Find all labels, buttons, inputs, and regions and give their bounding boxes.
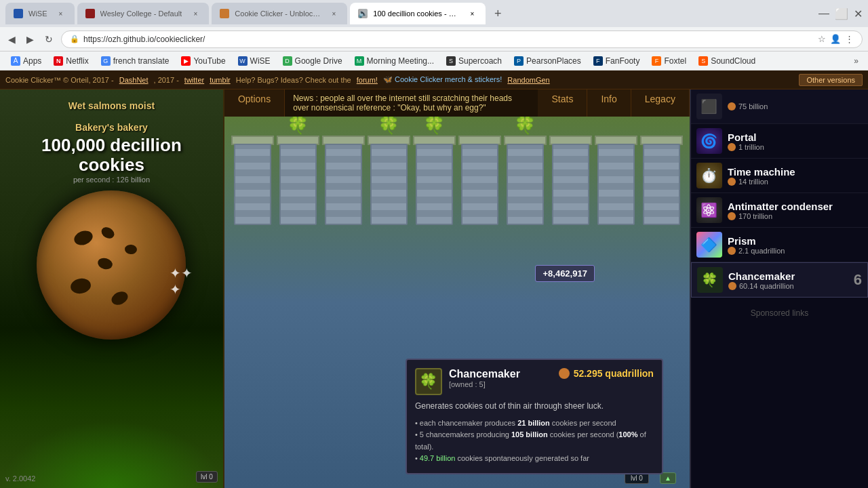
bookmark-morning-label: Morning Meeting... <box>367 56 434 66</box>
bookmark-youtube[interactable]: ▶ YouTube <box>176 55 231 67</box>
building-column: 🍀 <box>413 117 456 225</box>
per-second-text: per second : 126 billion <box>73 176 150 184</box>
list-item-antimatter[interactable]: ⚛️ Antimatter condenser 170 trillion <box>691 193 868 228</box>
bookmark-foxtel[interactable]: F Foxtel <box>646 55 692 67</box>
bookmark-apps[interactable]: A Apps <box>5 55 47 67</box>
game-titlebar: Cookie Clicker™ © Orteil, 2017 - DashNet… <box>0 70 868 89</box>
back-button[interactable]: ◀ <box>5 31 18 47</box>
prism-cost: 2.1 quadrillion <box>728 247 842 255</box>
new-tab-button[interactable]: + <box>488 4 507 23</box>
level-up-button[interactable]: ▲ <box>660 472 676 484</box>
antimatter-name: Antimatter condenser <box>728 201 842 212</box>
tab-wise[interactable]: WiSE × <box>5 3 75 24</box>
bookmark-pearson[interactable]: P PearsonPlaces <box>509 55 587 67</box>
tooltip-header: 🍀 Chancemaker [owned : 5] 52.295 quadril… <box>415 368 654 395</box>
cookie-chip <box>110 289 130 308</box>
sponsored-links: Sponsored links <box>691 298 868 329</box>
list-item-prism[interactable]: 🔷 Prism 2.1 quadrillion <box>691 228 868 262</box>
bookmark-morning[interactable]: M Morning Meeting... <box>349 55 439 67</box>
buildings-area: 🍀 🍀 🍀 <box>224 117 690 488</box>
bookmark-drive[interactable]: D Google Drive <box>277 55 348 67</box>
tooltip-name: Chancemaker <box>449 368 552 380</box>
minimize-button[interactable]: — <box>818 7 829 20</box>
legacy-button[interactable]: Legacy <box>631 89 690 117</box>
tab-cookie-unblocked[interactable]: Cookie Clicker - Unblocked Gam... × <box>212 3 347 24</box>
forward-button[interactable]: ▶ <box>24 31 37 47</box>
list-item-top[interactable]: ⬛ 75 billion <box>691 89 868 124</box>
bookmark-apps-label: Apps <box>23 56 41 66</box>
other-versions-area: Other versions <box>799 74 863 86</box>
sprite-field: 🍀 🍀 🍀 <box>224 117 690 225</box>
randomgen-link[interactable]: RandomGen <box>507 76 549 84</box>
twitter-link[interactable]: twitter <box>184 76 204 84</box>
bookmark-supercoach-label: Supercoach <box>458 56 502 66</box>
maximize-button[interactable]: ⬜ <box>835 7 848 20</box>
cookie-button[interactable]: ✦✦✦ <box>37 190 186 340</box>
menu-dots-icon[interactable]: ⋮ <box>845 34 854 44</box>
tab-100dec[interactable]: 🔊 100 decillion cookies - Cook... × <box>350 3 486 24</box>
soundcloud-favicon: S <box>698 56 708 66</box>
bookmark-soundcloud[interactable]: S SoundCloud <box>693 55 761 67</box>
pillar <box>416 144 453 225</box>
bookmark-fanfooty-label: FanFooty <box>606 56 640 66</box>
tab-wesley[interactable]: Wesley College - Default × <box>77 3 210 24</box>
pillar <box>461 144 498 225</box>
antimatter-info: Antimatter condenser 170 trillion <box>728 201 842 220</box>
foxtel-favicon: F <box>652 56 661 66</box>
tab-cookie-unblocked-label: Cookie Clicker - Unblocked Gam... <box>235 9 320 18</box>
list-item-portal[interactable]: 🌀 Portal 1 trillion <box>691 124 868 159</box>
tumblr-link[interactable]: tumblr <box>210 76 231 84</box>
tooltip-description: Generates cookies out of thin air throug… <box>415 401 654 412</box>
bakery-name-line1: Wet salmons moist <box>68 100 155 111</box>
clover-icon: 🍀 <box>378 117 399 136</box>
top-building-info: 75 billion <box>728 102 863 110</box>
bookmark-netflix[interactable]: N Netflix <box>48 55 94 67</box>
bookmark-fanfooty[interactable]: F FanFooty <box>588 55 646 67</box>
cookie-chip <box>97 257 114 271</box>
profile-icon[interactable]: 👤 <box>830 34 841 44</box>
pillar <box>507 144 544 225</box>
address-bar-row: ◀ ▶ ↻ 🔒 https://ozh.github.io/cookieclic… <box>0 27 868 52</box>
tab-wise-label: WiSE <box>28 9 47 18</box>
more-bookmarks-button[interactable]: » <box>850 55 863 67</box>
netflix-favicon: N <box>54 56 63 66</box>
tooltip-price: 52.295 quadrillion <box>574 368 654 379</box>
refresh-button[interactable]: ↻ <box>42 31 56 47</box>
top-building-icon: ⬛ <box>696 94 722 119</box>
pearson-favicon: P <box>514 56 524 66</box>
forum-link[interactable]: forum! <box>357 76 378 84</box>
bookmark-supercoach[interactable]: S Supercoach <box>441 55 507 67</box>
merch-link[interactable]: 🦋 Cookie Clicker merch & stickers! <box>383 75 502 84</box>
other-versions-button[interactable]: Other versions <box>799 74 863 86</box>
stats-button[interactable]: Stats <box>538 89 587 117</box>
cookie-cost-icon <box>728 212 736 220</box>
options-button[interactable]: Options <box>224 89 285 117</box>
cookie-count-number: 100,000 decillion cookies <box>41 136 182 174</box>
tab-wesley-close[interactable]: × <box>190 8 201 19</box>
bookmark-wise[interactable]: W WiSE <box>233 55 276 67</box>
building-column <box>458 136 501 225</box>
clover-icon: 🍀 <box>287 117 309 136</box>
info-button[interactable]: Info <box>587 89 631 117</box>
dashnet-link[interactable]: DashNet <box>119 76 149 84</box>
tab-cookie-unblocked-close[interactable]: × <box>328 8 339 19</box>
tab-wise-close[interactable]: × <box>56 8 66 19</box>
cookie-cost-icon <box>728 143 736 151</box>
timemachine-name: Time machine <box>728 166 842 178</box>
address-bar[interactable]: 🔒 https://ozh.github.io/cookieclicker/ ☆… <box>61 30 863 48</box>
cookie-image[interactable] <box>37 190 186 340</box>
list-item-chancemaker[interactable]: 🍀 Chancemaker 60.14 quadrillion 6 <box>691 262 868 298</box>
close-button[interactable]: ✕ <box>854 7 863 20</box>
bookmark-french[interactable]: G french translate <box>96 55 175 67</box>
antimatter-icon: ⚛️ <box>696 197 722 223</box>
youtube-favicon: ▶ <box>181 56 191 66</box>
bookmark-wise-label: WiSE <box>250 56 271 66</box>
timemachine-cost: 14 trillion <box>728 178 842 186</box>
tab-100dec-close[interactable]: × <box>467 8 477 19</box>
bookmark-soundcloud-label: SoundCloud <box>711 56 755 66</box>
chancemaker-name: Chancemaker <box>728 270 842 282</box>
bookmark-star-icon[interactable]: ☆ <box>818 34 826 44</box>
help-text: Help? Bugs? Ideas? Check out the <box>236 76 351 84</box>
list-item-timemachine[interactable]: ⏱️ Time machine 14 trillion <box>691 159 868 193</box>
building-column <box>640 136 683 225</box>
